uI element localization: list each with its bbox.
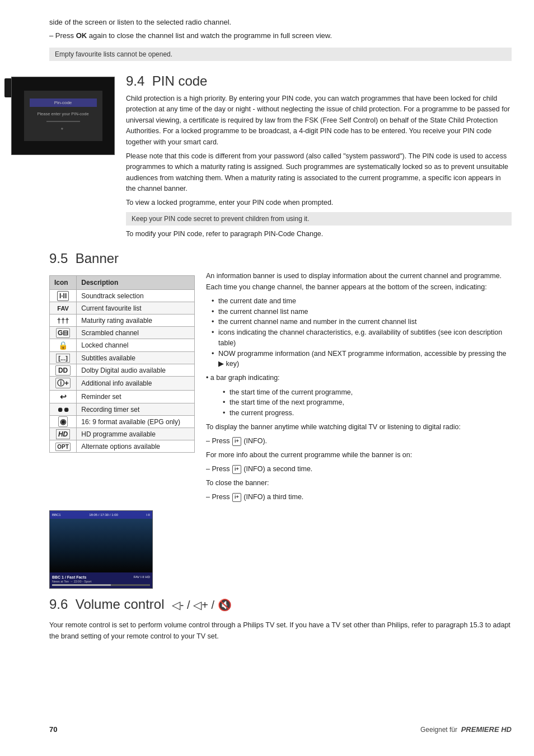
description-cell: 16: 9 format available (EPG only) — [77, 416, 195, 428]
pin-code-para2: Please note that this code is different … — [126, 151, 512, 195]
list-item: icons indicating the channel characteris… — [212, 327, 512, 349]
table-row: ◉16: 9 format available (EPG only) — [50, 416, 195, 428]
top-line1: side of the screen or listen to the sele… — [49, 17, 512, 28]
description-cell: Scrambled channel — [77, 327, 195, 339]
banner-section: 9.5 Banner Icon Description — [49, 248, 512, 594]
banner-screenshot-row: BBC1 18:05 / 17:30 / 1:00 I·II BBC 1 / F… — [49, 510, 512, 589]
description-cell: Locked channel — [77, 339, 195, 352]
pin-code-section: Pin-code Please enter your PIN-code * 9.… — [49, 71, 512, 243]
pin-code-para1: Child protection is a high priority. By … — [126, 93, 512, 148]
bar-graph-label: • a bar graph indicating: — [206, 373, 512, 383]
description-cell: Subtitles available — [77, 352, 195, 364]
press-info-3: – Press i+ (INFO) a third time. — [206, 492, 512, 503]
icon-cell: ◉ — [50, 416, 77, 428]
list-item: the current date and time — [212, 296, 512, 307]
pin-screenshot: Pin-code Please enter your PIN-code * — [11, 77, 115, 155]
empty-list-notice: Empty favourite lists cannot be opened. — [49, 48, 512, 61]
list-item: the current channel name and number in t… — [212, 317, 512, 327]
pin-code-heading: 9.4 PIN code — [126, 73, 512, 89]
description-cell: Maturity rating available — [77, 314, 195, 327]
icon-col-header: Icon — [50, 276, 77, 290]
table-row: ⏺⏺Recording timer set — [50, 403, 195, 416]
table-row: †††Maturity rating available — [50, 314, 195, 327]
description-cell: Current favourite list — [77, 302, 195, 314]
icon-cell: ⏺⏺ — [50, 403, 77, 416]
icon-cell: [...] — [50, 352, 77, 364]
icon-cell: FAV — [50, 302, 77, 314]
pin-notice: Keep your PIN code secret to prevent chi… — [126, 212, 512, 226]
list-item: the current channel list name — [212, 307, 512, 317]
description-cell: Recording timer set — [77, 403, 195, 416]
pin-code-para3: To view a locked programme, enter your P… — [126, 198, 512, 208]
description-col-header: Description — [77, 276, 195, 290]
table-row: [...]Subtitles available — [50, 352, 195, 364]
table-row: ↩Reminder set — [50, 391, 195, 403]
table-row: ⓘ+Additional info available — [50, 377, 195, 391]
description-cell: Reminder set — [77, 391, 195, 403]
icon-cell: HD — [50, 428, 77, 440]
info-icon-2: i+ — [232, 465, 241, 474]
pin-code-text: 9.4 PIN code Child protection is a high … — [126, 71, 512, 243]
main-content: side of the screen or listen to the sele… — [38, 0, 534, 756]
list-item: the current progress. — [223, 408, 512, 419]
top-line2: – Press OK again to close the channel li… — [49, 30, 512, 41]
close-line: To close the banner: — [206, 478, 512, 489]
page-footer: 70 Geeignet für PREMIERE HD — [49, 714, 512, 734]
list-item: the start time of the next programme, — [223, 397, 512, 408]
list-item: the start time of the current programme, — [223, 387, 512, 398]
icon-table-col: Icon Description I·IISoundtrack selectio… — [49, 271, 195, 506]
table-row: G⊟Scrambled channel — [50, 327, 195, 339]
icon-cell: ⓘ+ — [50, 377, 77, 391]
more-info-line: For more info about the current programm… — [206, 450, 512, 461]
bar-graph-list: the start time of the current programme,… — [212, 387, 512, 419]
press-info-1: – Press i+ (INFO). — [206, 436, 512, 447]
description-cell: Additional info available — [77, 377, 195, 391]
pin-screenshot-col: Pin-code Please enter your PIN-code * — [49, 71, 115, 243]
icon-cell: DD — [50, 364, 77, 377]
brand-name: PREMIERE HD — [461, 725, 512, 734]
volume-heading: 9.6 Volume control ◁- / ◁+ / 🔇 — [49, 597, 232, 612]
banner-tv-screenshot: BBC1 18:05 / 17:30 / 1:00 I·II BBC 1 / F… — [49, 510, 153, 589]
description-cell: Alternate options available — [77, 440, 195, 453]
press-info-2: – Press i+ (INFO) a second time. — [206, 464, 512, 475]
icon-table: Icon Description I·IISoundtrack selectio… — [49, 275, 195, 453]
table-row: DDDolby Digital audio available — [50, 364, 195, 377]
page-number: 70 — [49, 725, 57, 734]
banner-content-row: Icon Description I·IISoundtrack selectio… — [49, 271, 512, 506]
display-line: To display the banner anytime while watc… — [206, 422, 512, 433]
icon-cell: 🔒 — [50, 339, 77, 352]
banner-bullet-list: the current date and timethe current cha… — [212, 296, 512, 369]
table-row: I·IISoundtrack selection — [50, 290, 195, 302]
description-cell: Soundtrack selection — [77, 290, 195, 302]
info-icon-1: i+ — [232, 437, 241, 446]
description-cell: HD programme available — [77, 428, 195, 440]
volume-symbols: ◁- / ◁+ / 🔇 — [172, 599, 232, 611]
icon-cell: ††† — [50, 314, 77, 327]
brand-footer: Geeignet für PREMIERE HD — [420, 725, 512, 734]
icon-cell: G⊟ — [50, 327, 77, 339]
banner-heading: 9.5 Banner — [49, 251, 512, 266]
banner-intro: An information banner is used to display… — [206, 271, 512, 293]
banner-text-col: An information banner is used to display… — [206, 271, 512, 506]
icon-cell: I·II — [50, 290, 77, 302]
icon-cell: ↩ — [50, 391, 77, 403]
table-row: FAVCurrent favourite list — [50, 302, 195, 314]
description-cell: Dolby Digital audio available — [77, 364, 195, 377]
list-item: NOW programme information (and NEXT prog… — [212, 349, 512, 370]
icon-cell: OPT — [50, 440, 77, 453]
table-row: 🔒Locked channel — [50, 339, 195, 352]
info-icon-3: i+ — [232, 493, 241, 502]
table-row: HDHD programme available — [50, 428, 195, 440]
pin-modify-text: To modify your PIN code, refer to paragr… — [126, 229, 512, 240]
volume-text: Your remote control is set to perform vo… — [49, 620, 512, 642]
table-row: OPTAlternate options available — [50, 440, 195, 453]
volume-section: 9.6 Volume control ◁- / ◁+ / 🔇 Your remo… — [49, 594, 512, 645]
top-section: side of the screen or listen to the sele… — [49, 17, 512, 65]
